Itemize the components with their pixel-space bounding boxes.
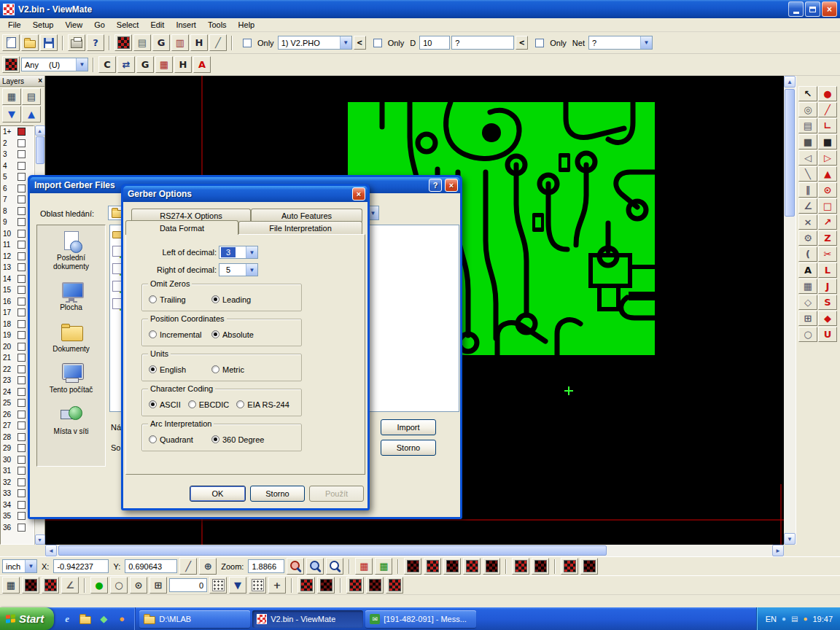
layer-color-swatch[interactable] [18, 399, 26, 407]
scrollbar-thumb[interactable] [785, 89, 795, 217]
only-dcode-checkbox[interactable] [373, 39, 382, 47]
scroll-down-icon[interactable]: ▼ [784, 533, 796, 545]
place-documents[interactable]: Dokumenty [39, 322, 104, 354]
layer-color-swatch[interactable] [18, 467, 26, 475]
tab-data-format[interactable]: Data Format [125, 220, 238, 235]
slope-tool-icon[interactable]: ╲ [798, 166, 817, 182]
delete-tool-icon[interactable]: × [798, 214, 817, 230]
grid-plus-icon[interactable]: ⊞ [149, 577, 167, 594]
h-aperture-icon[interactable]: H [174, 56, 192, 73]
tray-icon-grid[interactable]: ▤ [791, 615, 798, 623]
left-decimal-combo[interactable]: 3 ▼ [219, 246, 258, 259]
chevron-down-icon[interactable]: ▼ [25, 560, 36, 572]
pattern-e-icon[interactable] [346, 577, 364, 594]
triangle-tool-icon[interactable]: ▲ [818, 166, 837, 182]
layer-color-swatch[interactable] [18, 150, 26, 158]
place-network[interactable]: Místa v síti [39, 405, 104, 436]
pattern-b-icon[interactable] [42, 577, 59, 594]
ok-button[interactable]: OK [190, 486, 246, 502]
x-coordinate[interactable]: -0.942237 [53, 559, 109, 573]
new-file-icon[interactable] [2, 34, 20, 51]
layer-color-swatch[interactable] [18, 298, 26, 306]
radio-trailing[interactable]: Trailing [149, 295, 211, 304]
close-icon[interactable]: × [445, 179, 458, 192]
chevron-down-icon[interactable]: ▼ [246, 246, 257, 258]
anchor-down-icon[interactable]: ▼ [229, 577, 246, 594]
layer-color-swatch[interactable] [18, 411, 26, 419]
layer-row[interactable]: 2 [1, 138, 34, 149]
circle-off-icon[interactable]: ○ [110, 577, 128, 594]
radio-ascii[interactable]: ASCII [149, 400, 181, 409]
plus-grid-icon[interactable]: ⊞ [798, 311, 817, 326]
chevron-down-icon[interactable]: ▼ [246, 264, 257, 276]
layer-color-swatch[interactable] [18, 184, 26, 192]
scroll-left-icon[interactable]: ◄ [45, 545, 57, 556]
layer-color-swatch[interactable] [18, 478, 26, 486]
browser-icon[interactable]: e [61, 612, 74, 626]
layer-color-swatch[interactable] [18, 331, 26, 339]
pattern-2-icon[interactable] [424, 558, 441, 575]
app-icon-green[interactable]: ◆ [97, 612, 110, 626]
pattern-8-icon[interactable] [561, 558, 578, 575]
prev-dcode-button[interactable]: < [516, 36, 528, 50]
app-icon-orange[interactable]: ● [115, 612, 128, 626]
layer-row[interactable]: 36 [1, 522, 34, 534]
layer-color-swatch[interactable] [18, 139, 26, 147]
grid-tool-icon[interactable]: ▦ [798, 279, 817, 294]
radio-absolute[interactable]: Absolute [211, 330, 274, 339]
aperture-rows-icon[interactable]: ▤ [133, 34, 151, 51]
radio-360-degree[interactable]: 360 Degree [211, 435, 274, 444]
move-down-icon[interactable]: ▼ [2, 106, 21, 122]
y-coordinate[interactable]: 0.690643 [125, 559, 177, 573]
scroll-down-icon[interactable]: ▼ [35, 534, 45, 545]
layer-color-swatch[interactable] [18, 376, 26, 384]
angle-icon[interactable]: ∠ [61, 577, 79, 594]
swap-icon[interactable]: ⇄ [117, 56, 135, 73]
task-button-viewmate[interactable]: V2.bin - ViewMate [252, 610, 363, 628]
dot-grid-1-icon[interactable] [209, 577, 227, 594]
start-button[interactable]: Start [0, 607, 54, 630]
menu-edit[interactable]: Edit [144, 19, 170, 31]
layer-color-swatch[interactable] [18, 524, 26, 532]
scroll-up-icon[interactable]: ▲ [35, 125, 45, 136]
layer-color-swatch[interactable] [18, 489, 26, 497]
pattern-7-icon[interactable] [532, 558, 549, 575]
diamond-tool-icon[interactable]: ◇ [798, 295, 817, 310]
layer-color-swatch[interactable] [18, 512, 26, 520]
highlight-on-icon[interactable]: ● [90, 577, 108, 594]
layer-color-swatch[interactable] [18, 308, 26, 316]
prev-layer-button[interactable]: < [354, 36, 366, 50]
layer-color-swatch[interactable] [18, 275, 26, 283]
layer-color-swatch[interactable] [18, 354, 26, 362]
layer-color-swatch[interactable] [18, 444, 26, 452]
horizontal-scrollbar[interactable]: ◄ ► [45, 545, 784, 556]
a-aperture-icon[interactable]: A [193, 56, 211, 73]
menu-select[interactable]: Select [111, 19, 145, 31]
language-indicator[interactable]: EN [766, 615, 777, 623]
restore-button[interactable] [805, 1, 820, 17]
right-decimal-combo[interactable]: 5 ▼ [219, 263, 258, 276]
corner-tool-icon[interactable]: ∟ [818, 118, 837, 133]
layer-color-swatch[interactable] [18, 218, 26, 226]
tray-icon-orange[interactable]: ● [803, 615, 807, 623]
scroll-right-icon[interactable]: ► [772, 545, 784, 556]
help-icon[interactable]: ? [429, 179, 442, 192]
dcode-pattern-icon[interactable] [114, 34, 132, 51]
explorer-folder-icon[interactable] [79, 612, 92, 626]
aperture-type-combo[interactable]: Any (U) ▼ [21, 58, 88, 71]
scrollbar-thumb[interactable] [36, 136, 44, 164]
zoom-value[interactable]: 1.8866 [248, 559, 284, 573]
layer-color-swatch[interactable] [18, 230, 26, 238]
menu-tools[interactable]: Tools [202, 19, 233, 31]
pattern-a-icon[interactable] [22, 577, 39, 594]
pattern-6-icon[interactable] [512, 558, 529, 575]
menu-file[interactable]: File [2, 19, 27, 31]
settings-tool-icon[interactable]: ⚙ [798, 230, 817, 246]
pad-tool-icon[interactable]: ● [818, 86, 837, 101]
grid-red-icon[interactable]: ▦ [355, 558, 373, 575]
layer-row[interactable]: 3 [1, 149, 34, 160]
chevron-down-icon[interactable]: ▼ [340, 36, 351, 49]
pan-tool-icon[interactable]: ◎ [798, 102, 817, 117]
layer-order-icon[interactable]: ▦ [2, 88, 21, 105]
block-tool-icon[interactable]: ■ [818, 134, 837, 149]
